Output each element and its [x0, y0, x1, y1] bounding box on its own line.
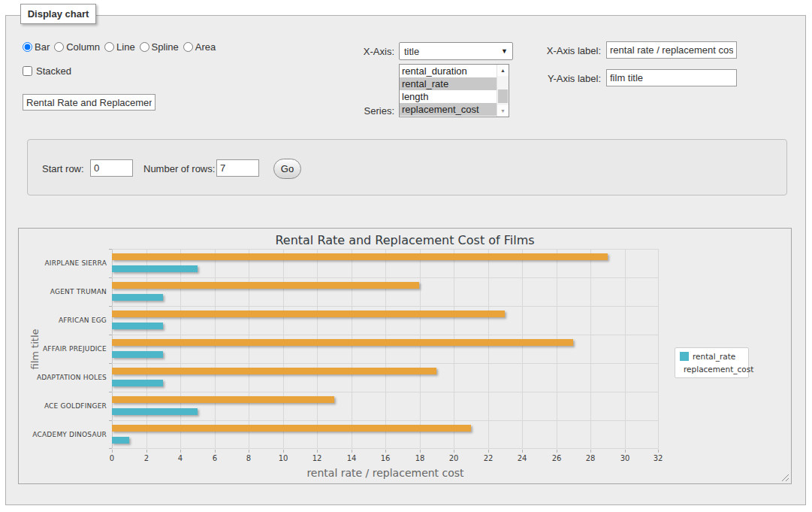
chart-type-option-column[interactable]: Column [54, 41, 100, 53]
x-tick-mark [625, 450, 626, 453]
gridline-y [112, 363, 659, 364]
scrollbar-track[interactable] [497, 76, 509, 105]
x-tick-mark [488, 450, 489, 453]
resize-handle[interactable] [781, 474, 789, 482]
stacked-checkbox[interactable] [23, 66, 32, 76]
gridline-y [112, 249, 659, 250]
gridline-x-10 [283, 249, 284, 448]
chevron-down-icon: ▼ [501, 47, 508, 55]
gridline-x-18 [420, 249, 421, 448]
series-option-length[interactable]: length [400, 90, 497, 103]
x-tick-label: 12 [306, 454, 328, 462]
x-tick-mark [283, 450, 284, 453]
radio-label: Line [116, 41, 135, 53]
y-axis-title: film title [29, 304, 41, 395]
x-tick-mark [146, 450, 147, 453]
y-tick-mark [109, 392, 112, 392]
legend-item-replacement_cost[interactable]: replacement_cost [680, 365, 744, 374]
x-tick-mark [215, 450, 216, 453]
x-tick-label: 0 [101, 454, 123, 462]
x-tick-label: 20 [442, 454, 465, 462]
stacked-checkbox-row[interactable]: Stacked [23, 65, 71, 77]
bar-rental_rate-6 [112, 437, 129, 444]
radio-area[interactable] [183, 42, 193, 52]
chart-type-option-spline[interactable]: Spline [140, 41, 179, 53]
series-scrollbar[interactable]: ▲ ▼ [497, 65, 509, 117]
y-axis-label-input[interactable] [606, 69, 737, 86]
legend-label-rental_rate: rental_rate [693, 352, 735, 361]
x-tick-mark [180, 450, 181, 453]
bar-rental_rate-4 [112, 380, 163, 386]
stacked-label: Stacked [36, 65, 71, 77]
panel-legend-text: Display chart [28, 8, 89, 20]
gridline-x-32 [658, 249, 659, 448]
gridline-x-0 [112, 249, 113, 448]
x-tick-mark [658, 450, 659, 453]
legend-label-replacement_cost: replacement_cost [684, 365, 753, 374]
gridline-y [112, 277, 659, 278]
gridline-y [112, 335, 659, 335]
legend-item-rental_rate[interactable]: rental_rate [680, 352, 744, 361]
x-tick-mark [112, 450, 113, 453]
chart-type-option-area[interactable]: Area [183, 41, 216, 53]
panel-legend: Display chart [20, 4, 96, 24]
radio-line[interactable] [104, 42, 114, 52]
radio-column[interactable] [54, 42, 64, 52]
gridline-x-14 [352, 249, 352, 448]
series-option-rental_rate[interactable]: rental_rate [400, 77, 497, 90]
x-tick-mark [249, 450, 249, 453]
x-axis-label-input[interactable] [606, 41, 737, 59]
chart-type-option-bar[interactable]: Bar [23, 41, 50, 53]
x-tick-label: 32 [647, 454, 669, 462]
gridline-x-12 [317, 249, 318, 448]
gridline-x-30 [625, 249, 626, 448]
y-tick-mark [109, 420, 112, 421]
bar-rental_rate-1 [112, 294, 163, 301]
x-tick-mark [420, 450, 421, 453]
chart-title-input[interactable] [23, 94, 155, 111]
chart-type-radios: BarColumnLineSplineArea [23, 41, 216, 53]
number-of-rows-label: Number of rows: [143, 163, 215, 174]
x-tick-label: 28 [579, 454, 602, 462]
scroll-down-icon[interactable]: ▼ [497, 105, 509, 117]
radio-label: Bar [35, 41, 50, 53]
bar-replacement_cost-2 [112, 311, 505, 317]
gridline-x-26 [557, 249, 557, 448]
x-tick-mark [557, 450, 557, 453]
x-axis-select[interactable]: title ▼ [399, 42, 513, 60]
x-tick-label: 24 [511, 454, 533, 462]
series-select-label: Series: [342, 105, 394, 117]
scroll-up-icon[interactable]: ▲ [497, 65, 509, 76]
page: Display chart BarColumnLineSplineArea St… [0, 0, 812, 512]
x-tick-mark [454, 450, 454, 453]
series-option-replacement_cost[interactable]: replacement_cost [400, 103, 497, 116]
start-row-input[interactable] [90, 159, 133, 177]
bar-replacement_cost-6 [112, 425, 471, 432]
bar-replacement_cost-3 [112, 339, 573, 346]
category-label-1: AGENT TRUMAN [19, 287, 107, 296]
radio-spline[interactable] [140, 42, 149, 52]
y-tick-mark [109, 335, 112, 335]
series-listbox[interactable]: rental_durationrental_ratelengthreplacem… [399, 64, 509, 117]
bar-rental_rate-3 [112, 351, 163, 358]
gridline-x-6 [215, 249, 216, 448]
bar-rental_rate-5 [112, 408, 198, 415]
y-tick-mark [109, 277, 112, 278]
series-options: rental_durationrental_ratelengthreplacem… [400, 65, 497, 117]
x-tick-label: 30 [614, 454, 636, 462]
scrollbar-thumb[interactable] [498, 89, 508, 103]
y-tick-mark [109, 306, 112, 307]
number-of-rows-input[interactable] [216, 159, 259, 177]
bar-rental_rate-0 [112, 265, 198, 272]
x-tick-label: 14 [340, 454, 363, 462]
go-button[interactable]: Go [273, 159, 301, 179]
category-label-0: AIRPLANE SIERRA [19, 259, 107, 268]
radio-bar[interactable] [23, 42, 32, 52]
chart-title: Rental Rate and Replacement Cost of Film… [19, 233, 791, 247]
x-tick-mark [317, 450, 318, 453]
radio-label: Column [66, 41, 100, 53]
chart-plot-area [112, 249, 659, 449]
chart-type-option-line[interactable]: Line [104, 41, 135, 53]
series-option-rental_duration[interactable]: rental_duration [400, 65, 497, 77]
x-tick-mark [352, 450, 352, 453]
